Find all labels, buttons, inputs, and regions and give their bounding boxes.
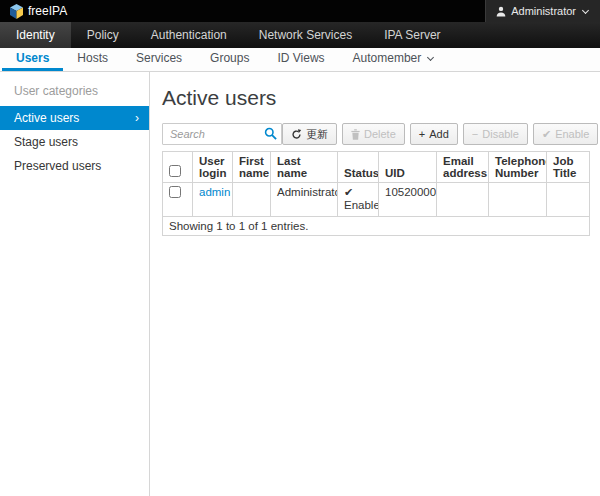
enable-button-label: Enable xyxy=(555,128,589,140)
col-status: Status xyxy=(338,152,379,183)
col-telephone-number: Telephone Number xyxy=(489,152,547,183)
nav-item-authentication[interactable]: Authentication xyxy=(135,22,243,48)
trash-icon xyxy=(351,129,360,140)
refresh-icon xyxy=(291,129,302,140)
email-address-cell xyxy=(437,183,489,217)
user-menu-button[interactable]: Administrator xyxy=(485,0,600,22)
page-title: Active users xyxy=(162,86,600,110)
freeipa-logo-icon xyxy=(10,4,23,19)
add-button[interactable]: + Add xyxy=(410,123,458,145)
delete-button-label: Delete xyxy=(364,128,396,140)
tab-users-label: Users xyxy=(16,51,49,65)
sidebar-item-label: Preserved users xyxy=(14,159,101,173)
nav-item-identity[interactable]: Identity xyxy=(0,22,71,48)
col-uid: UID xyxy=(379,152,437,183)
telephone-number-cell xyxy=(489,183,547,217)
col-first-name: First name xyxy=(233,152,271,183)
sidebar-item-label: Stage users xyxy=(14,135,78,149)
secondary-tabs: Users Hosts Services Groups ID Views Aut… xyxy=(0,48,600,72)
col-user-login: User login xyxy=(193,152,233,183)
table-row: admin Administrator ✔ Enabled 105200000 xyxy=(163,183,590,217)
add-button-label: Add xyxy=(429,128,449,140)
user-label: Administrator xyxy=(511,5,576,17)
last-name-cell: Administrator xyxy=(271,183,338,217)
sidebar-heading: User categories xyxy=(0,80,149,106)
status-label: Enabled xyxy=(344,199,379,211)
enable-button[interactable]: ✔ Enable xyxy=(533,123,598,145)
tab-automember-label: Automember xyxy=(353,51,422,65)
tab-id-views[interactable]: ID Views xyxy=(263,48,338,71)
uid-cell: 105200000 xyxy=(379,183,437,217)
nav-item-network-services[interactable]: Network Services xyxy=(243,22,368,48)
user-login-link[interactable]: admin xyxy=(199,186,230,198)
brand-label: freeIPA xyxy=(28,4,67,18)
tab-groups-label: Groups xyxy=(210,51,249,65)
chevron-down-icon xyxy=(427,53,434,60)
search-icon[interactable] xyxy=(264,127,277,140)
tab-services[interactable]: Services xyxy=(122,48,196,71)
tab-services-label: Services xyxy=(136,51,182,65)
disable-button[interactable]: − Disable xyxy=(463,123,528,145)
table-summary-row: Showing 1 to 1 of 1 entries. xyxy=(163,217,590,236)
col-last-name: Last name xyxy=(271,152,338,183)
chevron-down-icon xyxy=(582,6,589,13)
brand: freeIPA xyxy=(0,4,67,19)
sidebar-item-active-users[interactable]: Active users › xyxy=(0,106,149,130)
toolbar: 更新 Delete + Add xyxy=(162,123,600,145)
table-summary: Showing 1 to 1 of 1 entries. xyxy=(163,217,590,236)
plus-icon: + xyxy=(419,129,425,140)
col-job-title: Job Title xyxy=(547,152,590,183)
sidebar-item-preserved-users[interactable]: Preserved users xyxy=(0,154,149,178)
page-body: User categories Active users › Stage use… xyxy=(0,72,600,496)
main-content: Active users xyxy=(150,72,600,496)
tab-id-views-label: ID Views xyxy=(277,51,324,65)
select-all-checkbox[interactable] xyxy=(169,165,181,177)
users-table: User login First name Last name Status U… xyxy=(162,151,590,236)
status-cell: ✔ Enabled xyxy=(338,183,379,217)
search-box xyxy=(162,123,282,145)
nav-item-policy[interactable]: Policy xyxy=(71,22,135,48)
first-name-cell xyxy=(233,183,271,217)
topbar: freeIPA Administrator xyxy=(0,0,600,22)
row-select-cell xyxy=(163,183,193,217)
check-icon: ✔ xyxy=(344,186,372,199)
table-header-row: User login First name Last name Status U… xyxy=(163,152,590,183)
user-login-cell: admin xyxy=(193,183,233,217)
tab-hosts-label: Hosts xyxy=(77,51,108,65)
action-buttons: 更新 Delete + Add xyxy=(282,123,600,145)
col-email-address: Email address xyxy=(437,152,489,183)
tab-users[interactable]: Users xyxy=(2,48,63,71)
tab-hosts[interactable]: Hosts xyxy=(63,48,122,71)
sidebar-item-label: Active users xyxy=(14,111,79,125)
sidebar-item-stage-users[interactable]: Stage users xyxy=(0,130,149,154)
select-all-header xyxy=(163,152,193,183)
tab-groups[interactable]: Groups xyxy=(196,48,263,71)
disable-button-label: Disable xyxy=(482,128,519,140)
chevron-right-icon: › xyxy=(135,112,139,124)
refresh-button-label: 更新 xyxy=(306,127,328,142)
nav-item-ipa-server[interactable]: IPA Server xyxy=(368,22,456,48)
delete-button[interactable]: Delete xyxy=(342,123,405,145)
job-title-cell xyxy=(547,183,590,217)
tab-automember[interactable]: Automember xyxy=(339,48,448,71)
refresh-button[interactable]: 更新 xyxy=(282,123,337,145)
row-checkbox[interactable] xyxy=(169,186,181,198)
primary-nav: Identity Policy Authentication Network S… xyxy=(0,22,600,48)
check-icon: ✔ xyxy=(542,129,551,140)
user-icon xyxy=(496,6,506,17)
sidebar: User categories Active users › Stage use… xyxy=(0,72,150,496)
minus-icon: − xyxy=(472,129,478,140)
